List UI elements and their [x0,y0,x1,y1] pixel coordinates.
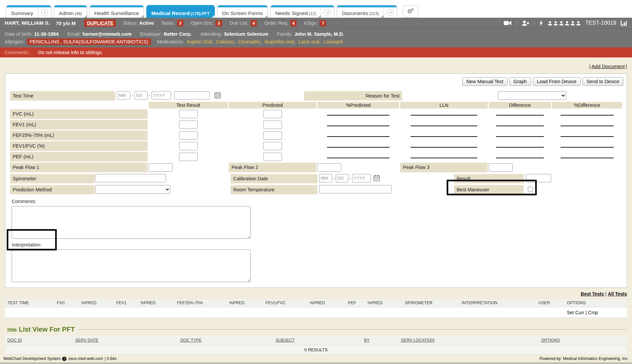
fev1-fvc-row: FEV1/FVC (%) [5,141,627,151]
load-from-device-button[interactable]: Load From Device [533,77,580,86]
spirometer-input[interactable] [95,174,166,182]
calibration-date-label: Calibration Date [230,174,317,183]
video-camera-icon[interactable] [504,20,512,26]
new-manual-test-button[interactable]: New Manual Test [462,77,507,86]
lightning-icon[interactable] [539,20,543,26]
send-to-device-button[interactable]: Send to Device [583,77,623,86]
calibration-year-input[interactable] [352,174,371,182]
hide-list-view-link[interactable]: Hide [7,327,17,332]
sort-serv-date[interactable]: SERV DATE [75,338,180,343]
options-column[interactable]: OPTIONS [541,338,560,343]
peak-flow-1-input[interactable] [149,163,173,172]
medications-list: Aspirin Oral, Calcium, Coumadin, ibuprof… [186,39,343,44]
sort-doc-id[interactable]: DOC ID [7,338,75,343]
peak-flow-3-input[interactable] [489,163,513,172]
reason-for-test-label: Reason for Test [304,91,402,101]
comments-bar-value: Do not release info to siblings. [38,50,103,55]
esign-count-badge[interactable]: 7 [320,20,326,26]
due-list-count-badge[interactable]: 4 [251,20,257,26]
add-person-icon[interactable] [522,20,529,26]
tab-summary-popout[interactable]: ↗ [38,5,51,18]
sort-doc-type[interactable]: DOC TYPE [180,338,276,343]
prediction-method-select[interactable] [95,185,170,194]
fev1-test-result-input[interactable] [179,121,198,129]
popout-arrow-icon: ↗ [41,9,48,16]
result-label: Result [454,174,524,183]
result-input[interactable] [526,174,551,182]
fvc-predicted-input[interactable] [263,110,282,118]
calibration-day-input[interactable] [336,174,348,182]
tab-documents-button[interactable]: Documents(313) [337,5,383,18]
calibration-month-input[interactable] [319,174,332,182]
open-enc-counter: Open Enc: 3 [191,20,222,26]
fvc-pct-predicted-value [317,109,399,119]
best-maneuver-checkbox[interactable] [528,187,533,192]
divider [78,329,627,330]
dob-field: Date of birth:11-30-1954 [5,31,58,37]
family-field: Family:John M. Sample, M.D. [277,31,344,37]
pef-row: PEF (mL) [5,152,627,162]
prediction-method-label: Prediction Method [10,185,95,194]
fvc-row: FVC (mL) [5,109,627,119]
footer-product: WebChart Development System [3,356,60,361]
pef-predicted-input[interactable] [263,153,282,161]
comments-alert-bar: Comments: Do not release info to sibling… [0,47,632,57]
settings-button[interactable]: ⚙ ⚙ [403,5,418,18]
set-curr-cmp-links[interactable]: Set Curr | Cmp [567,310,598,315]
calendar-icon[interactable] [214,92,221,99]
tasks-count-badge[interactable]: 3 [177,20,183,26]
tab-on-screen-forms: On Screen Forms [217,5,268,18]
tab-health-surveillance-button[interactable]: Health Surveillance [90,5,144,18]
due-list-counter: Due List: 4 [229,20,257,26]
tab-documents-popout[interactable]: ↗ [383,5,397,18]
footer-host: zeus.med-web.com [68,356,103,361]
pft-column-headers: Test Result Predicted %Predicted LLN Dif… [5,102,627,109]
sort-by[interactable]: BY [364,338,401,343]
fev1-pct-difference-value [552,120,622,130]
fev1-fvc-predicted-input[interactable] [263,142,282,150]
fev1-fvc-test-result-input[interactable] [179,142,198,150]
document-list-header: DOC ID SERV DATE DOC TYPE SUBJECT BY SER… [5,335,627,345]
graph-button[interactable]: Graph [509,77,531,86]
test-time-year-input[interactable] [152,91,171,100]
tab-documents: Documents(313) ↗ [337,5,397,18]
interpretation-textarea[interactable] [12,249,251,282]
tab-needs-signed-button[interactable]: Needs Signed(12) [271,5,321,18]
fef-predicted-input[interactable] [263,131,282,140]
esign-counter: eSign: 7 [304,20,326,26]
tab-needs-signed-popout[interactable]: ↗ [321,5,334,18]
reason-for-test-select[interactable] [498,91,566,100]
comments-label: Comments: [12,199,627,205]
info-icon[interactable]: i [62,357,66,361]
room-temperature-input[interactable] [319,185,392,193]
pft-toolbar: New Manual Test Graph Load From Device S… [5,77,627,86]
fev1-predicted-input[interactable] [263,121,282,129]
best-tests-link[interactable]: Best Tests [581,291,604,297]
bar-chart-icon[interactable] [621,20,627,26]
status-value: Active [139,20,154,26]
peak-flow-2-input[interactable] [317,163,341,172]
comments-textarea[interactable] [12,206,251,239]
tab-summary-button[interactable]: Summary [6,5,38,18]
sort-subject[interactable]: SUBJECT [276,338,364,343]
all-tests-link[interactable]: All Tests [608,291,627,297]
duplicate-badge[interactable]: DUPLICATE [84,19,116,27]
sort-serv-location[interactable]: SERV LOCATION [401,338,541,343]
tab-medical-record-button[interactable]: Medical Record(179):PFT [147,5,214,18]
gear-icon: ⚙ [411,8,414,11]
fef-test-result-input[interactable] [179,131,198,140]
add-document-link[interactable]: Add Document [592,63,625,69]
open-enc-count-badge[interactable]: 3 [215,20,222,26]
order-req-count-badge[interactable]: 4 [290,20,297,26]
calendar-icon[interactable] [373,175,380,181]
test-time-day-input[interactable] [134,91,148,100]
test-time-time-input[interactable] [174,91,210,100]
pef-test-result-input[interactable] [179,153,198,161]
fvc-test-result-input[interactable] [179,110,198,118]
room-temperature-label: Room Temperature [230,185,317,194]
divider: | [533,20,535,26]
tab-admin-button[interactable]: Admin(46) [54,5,87,18]
tab-on-screen-forms-button[interactable]: On Screen Forms [217,5,268,18]
fef-pct-predicted-value [317,131,399,140]
test-time-month-input[interactable] [117,91,130,100]
